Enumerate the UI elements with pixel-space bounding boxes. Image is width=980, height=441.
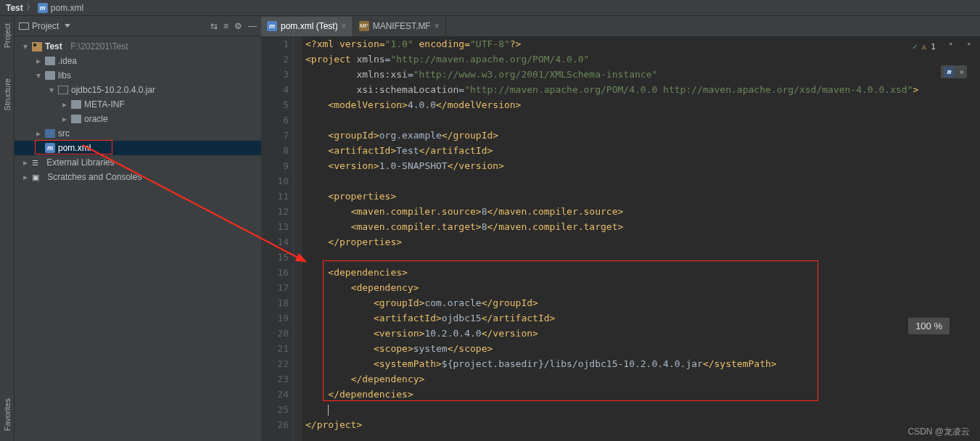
hide-icon[interactable]: — — [248, 21, 257, 31]
close-icon[interactable]: × — [435, 21, 440, 31]
tree-item-label: .idea — [58, 56, 77, 66]
select-opened-icon[interactable]: ⇆ — [210, 21, 218, 31]
tree-item-label: oracle — [84, 114, 108, 124]
tool-tab-project[interactable]: Project — [1, 19, 13, 52]
close-icon[interactable]: × — [342, 21, 347, 31]
line-number-gutter[interactable]: 1234567891011121314151617181920212223242… — [261, 36, 294, 441]
tree-pom[interactable]: mpom.xml — [15, 141, 261, 155]
breadcrumb: Test 〉 m pom.xml — [0, 0, 980, 16]
tool-tab-structure[interactable]: Structure — [1, 74, 13, 115]
tree-root-path: F:\202201\Test — [70, 41, 128, 51]
tool-tab-favorites[interactable]: Favorites — [1, 394, 13, 435]
maven-icon: m — [38, 3, 48, 13]
project-tool-window-header: Project ⇆ ≡ ⚙ — — [15, 16, 261, 36]
close-icon[interactable]: × — [960, 65, 965, 80]
folder-icon — [45, 71, 55, 80]
chevron-down-icon[interactable]: ˅ — [967, 39, 971, 54]
tree-item-label: libs — [58, 70, 71, 81]
maven-icon: m — [45, 143, 55, 153]
editor-tabs: mpom.xml (Test)× MFMANIFEST.MF× — [261, 16, 980, 36]
tree-libs[interactable]: ▾libs — [15, 68, 261, 83]
tab-manifest[interactable]: MFMANIFEST.MF× — [353, 17, 446, 36]
tree-idea[interactable]: ▸.idea — [15, 54, 261, 68]
watermark: CSDN @龙凌云 — [907, 426, 970, 438]
tool-window-stripe-left: Project Structure Favorites — [0, 16, 15, 441]
tree-item-label: META-INF — [84, 99, 125, 110]
chevron-right-icon: 〉 — [26, 1, 35, 14]
code-content[interactable]: <?xml version="1.0" encoding="UTF-8"?><p… — [302, 36, 980, 441]
manifest-icon: MF — [359, 21, 369, 31]
jar-icon — [58, 86, 68, 94]
tab-label: MANIFEST.MF — [373, 21, 431, 31]
editor: mpom.xml (Test)× MFMANIFEST.MF× 12345678… — [261, 16, 980, 441]
gear-icon[interactable]: ⚙ — [234, 21, 242, 31]
tree-item-label: Scratches and Consoles — [47, 172, 141, 182]
project-view-title[interactable]: Project — [32, 21, 59, 31]
tree-item-label: src — [58, 128, 70, 139]
tree-item-label: ojdbc15-10.2.0.4.0.jar — [71, 85, 155, 95]
tab-pom[interactable]: mpom.xml (Test)× — [261, 17, 353, 36]
breadcrumb-root[interactable]: Test — [6, 3, 23, 13]
inspection-count: 1 — [931, 39, 936, 54]
tree-root-label: Test — [45, 41, 62, 51]
tree-root[interactable]: ▾Test F:\202201\Test — [15, 39, 261, 54]
project-view-icon — [19, 22, 29, 30]
maven-icon: m — [944, 67, 954, 77]
source-folder-icon — [45, 129, 55, 138]
scratches-icon — [32, 172, 39, 182]
tree-item-label: pom.xml — [58, 143, 91, 153]
tree-scratches[interactable]: ▸ Scratches and Consoles — [15, 170, 261, 184]
library-icon — [32, 157, 38, 168]
folder-icon — [71, 115, 81, 123]
tree-meta[interactable]: ▸META-INF — [15, 97, 261, 112]
tab-label: pom.xml (Test) — [281, 21, 338, 31]
chevron-down-icon[interactable] — [65, 24, 70, 28]
tree-item-label: External Libraries — [46, 157, 114, 168]
code-editor[interactable]: 1234567891011121314151617181920212223242… — [261, 36, 980, 441]
tree-src[interactable]: ▸src — [15, 126, 261, 141]
maven-icon: m — [267, 21, 277, 31]
chevron-up-icon[interactable]: ˄ — [949, 39, 953, 54]
breadcrumb-file[interactable]: pom.xml — [51, 3, 83, 13]
inspection-widget[interactable]: ✓⚠1 ˄ ˅ — [913, 39, 971, 54]
maven-reload-popup[interactable]: m× — [941, 65, 967, 78]
expand-all-icon[interactable]: ≡ — [223, 21, 228, 31]
folder-icon — [45, 57, 55, 65]
tree-jar[interactable]: ▾ojdbc15-10.2.0.4.0.jar — [15, 83, 261, 97]
zoom-indicator: 100 % — [908, 318, 950, 334]
project-tree[interactable]: ▾Test F:\202201\Test ▸.idea ▾libs ▾ojdbc… — [15, 36, 261, 441]
tree-oracle[interactable]: ▸oracle — [15, 112, 261, 126]
warning-icon: ⚠ — [922, 39, 927, 54]
project-icon — [32, 42, 42, 51]
project-tool-window: Project ⇆ ≡ ⚙ — ▾Test F:\202201\Test ▸.i… — [15, 16, 261, 441]
fold-gutter[interactable] — [294, 36, 302, 441]
tree-external[interactable]: ▸ External Libraries — [15, 155, 261, 170]
folder-icon — [71, 100, 81, 109]
check-icon: ✓ — [913, 39, 918, 54]
